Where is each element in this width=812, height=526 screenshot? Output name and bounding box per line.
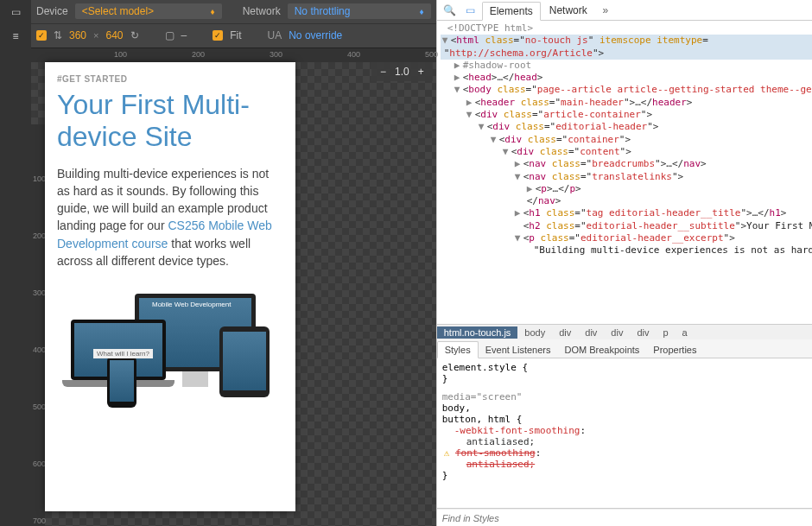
zoom-in-button[interactable]: + [418,66,424,78]
crumb-div[interactable]: div [630,326,656,339]
body-node[interactable]: ▼<body class="page--article article--get… [441,84,812,96]
shadow-root-node[interactable]: ▶#shadow-root [441,60,812,72]
doctype-line: <!DOCTYPE html> [441,22,812,35]
filter-bar [437,509,812,526]
chevron-icon: ♦ [211,7,215,16]
html-node[interactable]: ▼<html class="no-touch js" itemscope ite… [441,35,812,47]
header-node[interactable]: ▶<header class="main-header">…</header> [441,97,812,109]
dimensions-checkbox[interactable]: ✓ [36,30,47,41]
height-value[interactable]: 640 [105,29,123,41]
fit-label: Fit [230,29,241,41]
styles-list[interactable]: element.style { } developers.google.com/… [437,358,812,485]
device-label: Device [36,5,68,17]
subtab-properties[interactable]: Properties [646,342,703,358]
more-tabs-icon[interactable]: » [596,2,615,19]
page-title: Your First Multi-device Site [57,89,283,153]
swap-dimensions-icon[interactable]: ⇅ [54,29,62,41]
devtools-toolbar: 🔍 ▭ Elements Network » ▸≡ ⚙ ◧ ✕ [437,0,812,21]
crumb-div[interactable]: div [604,326,630,339]
div-node[interactable]: ▼<div class="editorial-header"> [441,121,812,133]
nav-node[interactable]: ▶<nav class="breadcrumbs">…</nav> [441,158,812,170]
zoom-control: − 1.0 + [371,62,433,81]
fit-checkbox[interactable]: ✓ [213,30,223,41]
tab-elements[interactable]: Elements [482,2,541,21]
horizontal-ruler: 100 200 300 400 500 [31,48,436,62]
device-emulation-panel: Device <Select model> ♦ Network No throt… [31,0,436,526]
network-select[interactable]: No throttling ♦ [288,3,431,19]
zoom-out-button[interactable]: − [380,66,386,78]
hero-image: Mobile Web Development What will I learn… [57,288,282,418]
crumb-body[interactable]: body [517,326,552,339]
crumb-p[interactable]: p [656,326,675,339]
viewport-area: 100 200 300 400 500 600 700 800 − 1.0 + … [31,62,436,526]
left-gutter: ▭ ≡ [0,0,31,526]
page-kicker: #GET STARTED [57,74,283,84]
p-node[interactable]: ▼<p class="editorial-header__excerpt"> [441,232,812,244]
div-node[interactable]: ▼<div class="content"> [441,146,812,158]
div-node[interactable]: ▼<div class="article-container"> [441,109,812,121]
tab-network[interactable]: Network [542,2,594,19]
crumb-div[interactable]: div [552,326,578,339]
toggle-icon[interactable]: ≡ [0,24,31,48]
subtab-dom-breakpoints[interactable]: DOM Breakpoints [558,342,647,358]
width-value[interactable]: 360 [69,29,86,41]
device-select[interactable]: <Select model> ♦ [75,3,222,19]
head-node[interactable]: ▶<head>…</head> [441,72,812,84]
breadcrumb: html.no-touch.js body div div div div p … [437,324,812,339]
screenshot-icon[interactable]: ▢ [165,29,174,41]
device-toggle-icon[interactable]: ▭ [461,2,480,19]
h1-node[interactable]: ▶<h1 class="tag editorial-header__title"… [441,207,812,219]
device-toolbar: Device <Select model> ♦ Network No throt… [31,0,436,48]
chevron-icon: ♦ [420,7,424,16]
vertical-ruler: 100 200 300 400 500 600 700 800 [31,124,45,526]
nav-node[interactable]: ▼<nav class="translatelinks"> [441,171,812,183]
text-node[interactable]: "Building multi-device experiences is no… [441,244,812,257]
network-label: Network [243,5,281,17]
subtab-event-listeners[interactable]: Event Listeners [479,342,558,358]
ua-value[interactable]: No override [289,29,342,41]
crumb-div[interactable]: div [578,326,604,339]
warning-icon: ⚠ [444,447,450,459]
nav-close[interactable]: </nav> [441,195,812,207]
devices-icon[interactable]: ▭ [0,0,31,24]
ua-label: UA [268,29,282,41]
search-icon[interactable]: 🔍 [441,2,460,19]
devtools-panel: 🔍 ▭ Elements Network » ▸≡ ⚙ ◧ ✕ <!DOCTYP… [436,0,812,526]
p-node[interactable]: ▶<p>…</p> [441,183,812,195]
styles-tabs: Styles Event Listeners DOM Breakpoints P… [437,339,812,358]
page-body: Building multi-device experiences is not… [57,165,283,270]
crumb-html[interactable]: html.no-touch.js [437,326,518,339]
dim-sep: × [93,30,98,41]
div-node[interactable]: ▼<div class="container"> [441,134,812,146]
zoom-value: 1.0 [395,66,409,78]
styles-area: +▢ ⁝⁝ element.style { } developers.googl… [437,358,812,509]
dom-tree[interactable]: <!DOCTYPE html> ▼<html class="no-touch j… [437,21,812,324]
h2-node[interactable]: <h2 class="editorial-header__subtitle">Y… [441,220,812,232]
screenshot-dash: – [181,29,187,41]
crumb-a[interactable]: a [676,326,695,339]
emulated-page[interactable]: #GET STARTED Your First Multi-device Sit… [45,62,295,511]
refresh-icon[interactable]: ↻ [130,29,139,41]
subtab-styles[interactable]: Styles [437,341,479,358]
find-in-styles-input[interactable] [437,510,812,526]
